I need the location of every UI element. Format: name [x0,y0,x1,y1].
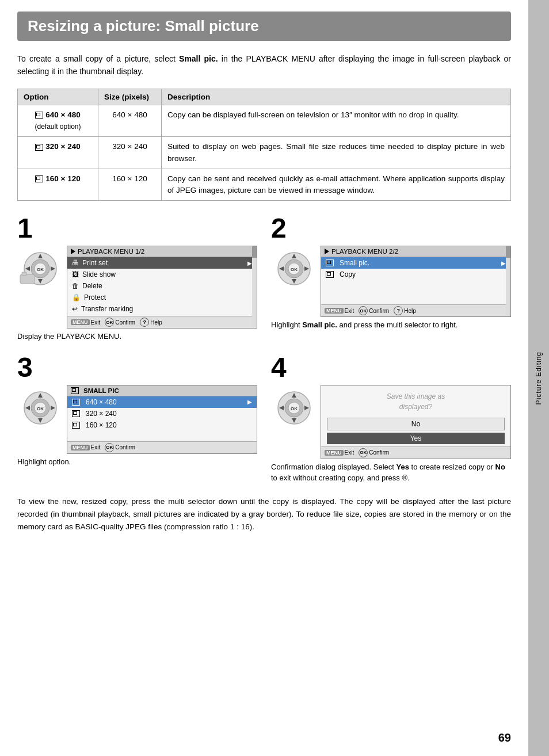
step-2-menu-item-smallpic-label: Small pic. [340,259,369,267]
options-table: Option Size (pixels) Description 640 × 4… [17,89,511,201]
svg-text:OK: OK [37,267,44,272]
step-2-menu-item-copy-label: Copy [340,270,356,278]
step-1-exit: MENU Exit [71,318,100,327]
size-icon-640 [72,399,80,406]
step-1-menu: PLAYBACK MENU 1/2 🖶 Print set ▶ 🖼 Slide … [67,246,257,329]
smallpic-icon-3 [71,387,79,394]
step-4-yes-button: Yes [327,433,505,444]
step-2-menu-title-text: PLAYBACK MENU 2/2 [331,248,398,255]
table-row: 160 × 120 160 × 120 Copy can be sent and… [18,169,511,201]
step-1-menu-item-protect: 🔒 Protect [67,292,257,303]
steps-grid: 1 OK [17,215,511,484]
arrow-icon-2: ▶ [501,260,506,266]
step-2-camera-icon: OK [271,246,317,292]
copy-icon [326,271,334,278]
desc-160: Copy can be sent and received quickly as… [162,169,511,201]
step-3-menu-title: SMALL PIC [67,385,257,396]
step-4-dialog-text: Save this image asdisplayed? [321,385,510,415]
intro-paragraph: To create a small copy of a picture, sel… [17,52,511,78]
step-1-menu-bottom: MENU Exit OK Confirm ? Help [67,316,257,328]
step-2-scrollbar [506,246,510,316]
arrow-icon-3: ▶ [247,399,252,405]
delete-icon: 🗑 [72,282,79,290]
footer-paragraph: To view the new, resized copy, press the… [17,495,511,534]
option-icon-320 [35,144,43,151]
size-160: 160 × 120 [98,169,162,201]
step-4-exit: MENU Exit [325,448,354,457]
step-4-header: 4 [271,354,511,381]
help-icon-2: ? [394,306,403,315]
step-4-camera-icon: OK [271,385,317,431]
slide-icon: 🖼 [72,270,79,278]
ok-icon: OK [105,318,114,327]
step-2-number: 2 [271,215,292,242]
step-2-menu-item-copy: Copy [321,269,510,280]
step-1-menu-item-transfer: ↩ Transfer marking [67,303,257,315]
page-title: Resizing a picture: Small picture [28,17,501,35]
step-1-scrollbar [252,246,257,328]
step-4-menu-bottom: MENU Exit OK Confirm [321,446,510,459]
step-1-menu-item-delete-label: Delete [82,282,102,290]
size-icon-320 [72,410,80,417]
side-tab: Picture Editing [528,0,549,756]
protect-icon: 🔒 [72,293,81,301]
step-2-exit: MENU Exit [325,306,354,315]
col-header-option: Option [18,89,98,105]
menu-btn-icon-2: MENU [325,308,344,314]
desc-320: Suited to display on web pages. Small fi… [162,137,511,169]
step-3-menu-item-160: 160 × 120 [67,419,257,431]
step-1-menu-title-text: PLAYBACK MENU 1/2 [78,248,144,255]
step-4: 4 OK Save this image asdisplayed? [271,354,511,484]
option-icon-160 [35,175,43,182]
option-320: 320 × 240 [18,137,98,169]
menu-btn-icon-3: MENU [71,445,90,450]
step-3-menu: SMALL PIC 640 × 480 ▶ 320 × 240 [67,385,257,454]
step-4-no-button: No [327,418,505,430]
step-2-menu-bottom: MENU Exit OK Confirm ? Help [321,304,510,316]
smallpic-icon [326,259,334,266]
ok-icon-4: OK [359,448,368,457]
step-2-menu-title: PLAYBACK MENU 2/2 [321,246,510,257]
step-1-menu-item-print: 🖶 Print set ▶ [67,257,257,269]
table-row: 320 × 240 320 × 240 Suited to display on… [18,137,511,169]
transfer-icon: ↩ [72,305,78,313]
step-1-confirm: OK Confirm [105,318,135,327]
menu-btn-icon: MENU [71,319,90,325]
step-1-camera-icon: OK [17,246,63,292]
size-640: 640 × 480 [98,105,162,137]
step-2-scrollbar-thumb [506,246,510,258]
svg-text:OK: OK [291,267,298,272]
page-number: 69 [498,731,511,744]
option-640: 640 × 480 (default option) [18,105,98,137]
step-4-number: 4 [271,354,292,381]
step-1-number: 1 [17,215,38,242]
step-4-dialog: Save this image asdisplayed? No Yes MENU… [321,385,511,459]
svg-text:OK: OK [37,406,44,411]
step-3-menu-title-text: SMALL PIC [83,387,119,394]
step-2: 2 OK [271,215,511,342]
step-1-menu-item-slide-label: Slide show [82,270,116,278]
ok-icon-2: OK [359,306,368,315]
play-icon-2 [325,249,329,254]
step-1-menu-item-transfer-label: Transfer marking [81,305,133,313]
step-3-menu-item-320-label: 320 × 240 [86,410,117,418]
option-160: 160 × 120 [18,169,98,201]
help-icon: ? [140,318,149,327]
step-4-confirm: OK Confirm [359,448,389,457]
size-320: 320 × 240 [98,137,162,169]
step-2-menu-spacer [321,280,510,303]
step-1-scrollbar-thumb [252,246,257,258]
step-1-menu-item-delete: 🗑 Delete [67,280,257,292]
step-1-menu-item-protect-label: Protect [84,293,106,301]
step-2-caption: Highlight Small pic. and press the multi… [271,319,511,331]
step-3-caption: Highlight option. [17,456,257,468]
step-2-menu: PLAYBACK MENU 2/2 Small pic. ▶ Copy [321,246,511,317]
menu-btn-icon-4: MENU [325,450,344,456]
step-2-menu-item-smallpic: Small pic. ▶ [321,257,510,269]
step-3-camera-icon: OK [17,385,63,431]
step-3-menu-item-640-label: 640 × 480 [86,398,117,406]
step-1-menu-title: PLAYBACK MENU 1/2 [67,246,257,257]
step-3-menu-bottom: MENU Exit OK Confirm [67,441,257,453]
col-header-size: Size (pixels) [98,89,162,105]
page-title-box: Resizing a picture: Small picture [17,12,511,41]
